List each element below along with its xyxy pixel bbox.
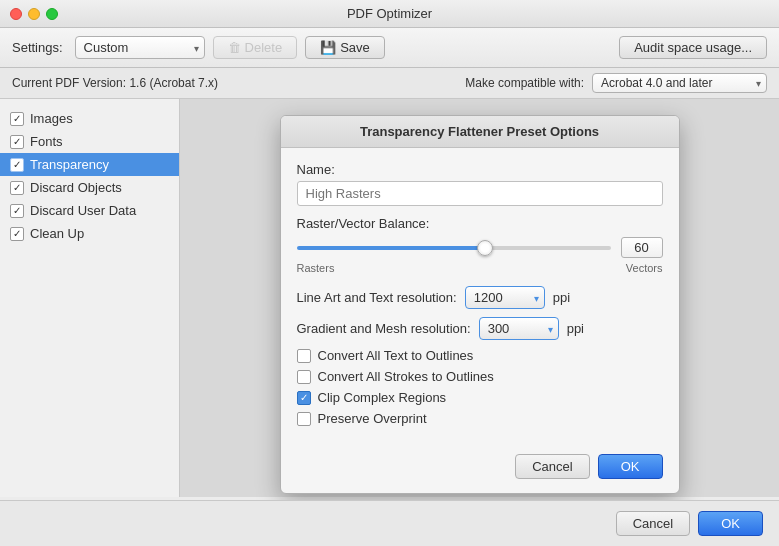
slider-labels: Rasters Vectors [297,262,663,274]
close-icon[interactable] [10,8,22,20]
checkbox-convert-strokes[interactable]: Convert All Strokes to Outlines [297,369,663,384]
sidebar: ✓ Images ✓ Fonts ✓ Transparency ✓ Discar… [0,99,180,497]
title-bar: PDF Optimizer [0,0,779,28]
sidebar-label-clean-up: Clean Up [30,226,84,241]
slider-value: 60 [621,237,663,258]
sidebar-item-transparency[interactable]: ✓ Transparency [0,153,179,176]
compat-select-wrapper: Acrobat 4.0 and later Acrobat 5.0 and la… [592,73,767,93]
ok-label: OK [721,516,740,531]
compat-select[interactable]: Acrobat 4.0 and later Acrobat 5.0 and la… [592,73,767,93]
sidebar-item-fonts[interactable]: ✓ Fonts [0,130,179,153]
line-art-select-wrapper: 1200 600 300 150 [465,286,545,309]
delete-icon: 🗑 [228,40,241,55]
settings-select[interactable]: Custom [75,36,205,59]
main-area: ✓ Images ✓ Fonts ✓ Transparency ✓ Discar… [0,99,779,497]
delete-button[interactable]: 🗑 Delete [213,36,298,59]
discard-user-data-checkbox[interactable]: ✓ [10,204,24,218]
dialog-footer: Cancel OK [281,446,679,493]
sidebar-item-discard-user-data[interactable]: ✓ Discard User Data [0,199,179,222]
sidebar-label-discard-objects: Discard Objects [30,180,122,195]
sidebar-item-images[interactable]: ✓ Images [0,107,179,130]
checkbox-convert-text[interactable]: Convert All Text to Outlines [297,348,663,363]
dialog-cancel-button[interactable]: Cancel [515,454,589,479]
sidebar-label-transparency: Transparency [30,157,109,172]
slider-thumb[interactable] [477,240,493,256]
dialog-ok-button[interactable]: OK [598,454,663,479]
convert-strokes-checkbox[interactable] [297,370,311,384]
slider-row: 60 [297,237,663,258]
line-art-row: Line Art and Text resolution: 1200 600 3… [297,286,663,309]
images-checkbox[interactable]: ✓ [10,112,24,126]
dialog-ok-label: OK [621,459,640,474]
slider-min-label: Rasters [297,262,335,274]
line-art-label: Line Art and Text resolution: [297,290,457,305]
slider-max-label: Vectors [626,262,663,274]
sidebar-label-discard-user-data: Discard User Data [30,203,136,218]
slider-track[interactable] [297,246,611,250]
preserve-overprint-label: Preserve Overprint [318,411,427,426]
line-art-unit: ppi [553,290,570,305]
clip-complex-label: Clip Complex Regions [318,390,447,405]
sidebar-item-discard-objects[interactable]: ✓ Discard Objects [0,176,179,199]
sidebar-label-fonts: Fonts [30,134,63,149]
sidebar-label-images: Images [30,111,73,126]
line-art-select[interactable]: 1200 600 300 150 [465,286,545,309]
checkbox-clip-complex[interactable]: ✓ Clip Complex Regions [297,390,663,405]
dialog-body: Name: Raster/Vector Balance: 60 Rasters … [281,148,679,446]
save-icon: 💾 [320,40,336,55]
window-title: PDF Optimizer [347,6,432,21]
content-area: Transparency Flattener Preset Options Na… [180,99,779,497]
save-label: Save [340,40,370,55]
audit-button[interactable]: Audit space usage... [619,36,767,59]
cancel-label: Cancel [633,516,673,531]
compat-row: Make compatible with: Acrobat 4.0 and la… [465,73,767,93]
settings-select-wrapper: Custom [75,36,205,59]
gradient-select[interactable]: 300 150 75 [479,317,559,340]
pdf-version-label: Current PDF Version: 1.6 (Acrobat 7.x) [12,76,218,90]
gradient-row: Gradient and Mesh resolution: 300 150 75… [297,317,663,340]
gradient-select-wrapper: 300 150 75 [479,317,559,340]
delete-label: Delete [245,40,283,55]
settings-label: Settings: [12,40,63,55]
info-bar: Current PDF Version: 1.6 (Acrobat 7.x) M… [0,68,779,99]
name-field-label: Name: [297,162,663,177]
dialog-title: Transparency Flattener Preset Options [281,116,679,148]
name-input[interactable] [297,181,663,206]
slider-label: Raster/Vector Balance: [297,216,663,231]
window-controls [10,8,58,20]
transparency-checkbox[interactable]: ✓ [10,158,24,172]
convert-text-label: Convert All Text to Outlines [318,348,474,363]
convert-text-checkbox[interactable] [297,349,311,363]
maximize-icon[interactable] [46,8,58,20]
convert-strokes-label: Convert All Strokes to Outlines [318,369,494,384]
preserve-overprint-checkbox[interactable] [297,412,311,426]
discard-objects-checkbox[interactable]: ✓ [10,181,24,195]
fonts-checkbox[interactable]: ✓ [10,135,24,149]
ok-button[interactable]: OK [698,511,763,536]
gradient-unit: ppi [567,321,584,336]
minimize-icon[interactable] [28,8,40,20]
toolbar: Settings: Custom 🗑 Delete 💾 Save Audit s… [0,28,779,68]
clean-up-checkbox[interactable]: ✓ [10,227,24,241]
dialog: Transparency Flattener Preset Options Na… [280,115,680,494]
dialog-cancel-label: Cancel [532,459,572,474]
save-button[interactable]: 💾 Save [305,36,385,59]
compat-label: Make compatible with: [465,76,584,90]
gradient-label: Gradient and Mesh resolution: [297,321,471,336]
bottom-bar: Cancel OK [0,500,779,546]
checkbox-preserve-overprint[interactable]: Preserve Overprint [297,411,663,426]
cancel-button[interactable]: Cancel [616,511,690,536]
audit-label: Audit space usage... [634,40,752,55]
sidebar-item-clean-up[interactable]: ✓ Clean Up [0,222,179,245]
clip-complex-checkbox[interactable]: ✓ [297,391,311,405]
